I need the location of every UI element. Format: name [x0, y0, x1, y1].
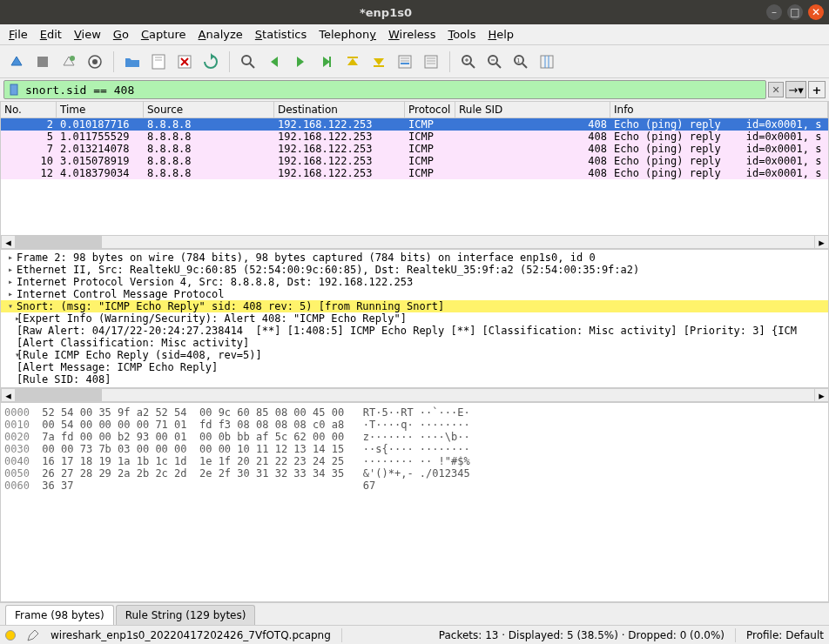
- expand-icon[interactable]: ▸: [4, 276, 17, 288]
- svg-rect-4: [152, 55, 165, 69]
- detail-raw[interactable]: [Raw Alert: 04/17/22-20:24:27.238414 [**…: [17, 325, 797, 337]
- colorize-icon[interactable]: [420, 50, 442, 73]
- menu-telephony[interactable]: Telephony: [313, 26, 381, 43]
- go-to-packet-icon[interactable]: [315, 50, 338, 73]
- edit-icon[interactable]: [26, 628, 40, 642]
- tab-rule-string[interactable]: Rule String (129 bytes): [116, 605, 256, 625]
- svg-line-31: [522, 64, 527, 68]
- auto-scroll-icon[interactable]: [394, 50, 416, 73]
- menu-help[interactable]: Help: [482, 26, 519, 43]
- expand-icon[interactable]: ▸: [4, 312, 17, 325]
- col-no[interactable]: No.: [1, 102, 57, 117]
- close-button[interactable]: ✕: [808, 4, 824, 20]
- menu-tools[interactable]: Tools: [442, 26, 481, 43]
- menu-file[interactable]: File: [3, 26, 33, 43]
- display-filter-input-wrap[interactable]: [3, 80, 766, 99]
- expand-icon[interactable]: ▸: [4, 264, 17, 276]
- detail-expert[interactable]: [Expert Info (Warning/Security): Alert 4…: [17, 312, 407, 325]
- col-time[interactable]: Time: [57, 102, 144, 117]
- svg-text:1: 1: [516, 57, 520, 64]
- expand-icon[interactable]: ▸: [4, 252, 17, 264]
- packet-row[interactable]: 124.0183790348.8.8.8192.168.122.253ICMP …: [1, 167, 828, 179]
- packet-row[interactable]: 51.0117555298.8.8.8192.168.122.253ICMP 4…: [1, 131, 828, 143]
- status-profile[interactable]: Profile: Default: [746, 629, 824, 641]
- zoom-reset-icon[interactable]: 1: [509, 50, 532, 73]
- menu-wireless[interactable]: Wireless: [383, 26, 441, 43]
- svg-rect-33: [541, 56, 553, 68]
- svg-rect-0: [37, 57, 48, 67]
- filter-toolbar: ✕ →▾ +: [0, 78, 829, 101]
- open-file-icon[interactable]: [121, 50, 144, 73]
- save-file-icon[interactable]: [147, 50, 170, 73]
- go-last-icon[interactable]: [367, 50, 390, 73]
- detail-snort[interactable]: Snort: (msg: "ICMP Echo Reply" sid: 408 …: [17, 300, 444, 312]
- details-hscroll[interactable]: ◂▸: [0, 388, 829, 402]
- expert-info-led-icon[interactable]: [5, 630, 16, 641]
- start-capture-icon[interactable]: [5, 50, 28, 73]
- expand-icon[interactable]: ▸: [4, 288, 17, 300]
- filter-add-button[interactable]: +: [808, 81, 826, 98]
- spacer: [4, 337, 17, 349]
- svg-point-3: [92, 59, 98, 64]
- col-protocol[interactable]: Protocol: [405, 102, 455, 117]
- hex-dump[interactable]: 0000 52 54 00 35 9f a2 52 54 00 9c 60 85…: [0, 402, 829, 602]
- svg-line-28: [496, 64, 501, 68]
- close-file-icon[interactable]: [173, 50, 196, 73]
- status-file: wireshark_enp1s0_20220417202426_7VfOTQ.p…: [51, 629, 331, 641]
- reload-icon[interactable]: [199, 50, 222, 73]
- detail-rule[interactable]: [Rule ICMP Echo Reply (sid=408, rev=5)]: [17, 349, 262, 361]
- zoom-out-icon[interactable]: [483, 50, 506, 73]
- status-packets: Packets: 13 · Displayed: 5 (38.5%) · Dro…: [439, 629, 725, 641]
- col-rulesid[interactable]: Rule SID: [455, 102, 610, 117]
- packet-row[interactable]: 103.0150789198.8.8.8192.168.122.253ICMP …: [1, 155, 828, 167]
- go-next-icon[interactable]: [289, 50, 312, 73]
- bytes-tabs: Frame (98 bytes) Rule String (129 bytes): [0, 602, 829, 625]
- menu-go[interactable]: Go: [108, 26, 134, 43]
- detail-frame[interactable]: Frame 2: 98 bytes on wire (784 bits), 98…: [17, 252, 596, 264]
- col-info[interactable]: Info: [610, 102, 828, 117]
- minimize-button[interactable]: –: [766, 4, 782, 20]
- detail-rulesid[interactable]: [Rule SID: 408]: [17, 373, 111, 386]
- tab-frame[interactable]: Frame (98 bytes): [5, 605, 114, 625]
- detail-ip[interactable]: Internet Protocol Version 4, Src: 8.8.8.…: [17, 276, 413, 288]
- collapse-icon[interactable]: ▾: [4, 349, 17, 361]
- find-packet-icon[interactable]: [237, 50, 259, 73]
- svg-rect-36: [10, 84, 17, 95]
- col-destination[interactable]: Destination: [274, 102, 405, 117]
- filter-apply-dropdown[interactable]: →▾: [785, 81, 806, 98]
- titlebar: *enp1s0 – □ ✕: [0, 0, 829, 24]
- restart-capture-icon[interactable]: [57, 50, 80, 73]
- svg-rect-15: [399, 56, 411, 68]
- svg-line-11: [250, 64, 254, 68]
- menu-view[interactable]: View: [69, 26, 106, 43]
- columns-icon[interactable]: [536, 50, 558, 73]
- packet-details[interactable]: ▸Frame 2: 98 bytes on wire (784 bits), 9…: [0, 249, 829, 388]
- go-first-icon[interactable]: [341, 50, 364, 73]
- detail-icmp[interactable]: Internet Control Message Protocol: [17, 288, 224, 300]
- go-prev-icon[interactable]: [263, 50, 286, 73]
- col-source[interactable]: Source: [144, 102, 274, 117]
- packet-list-hscroll[interactable]: ◂▸: [0, 235, 829, 249]
- filter-clear-button[interactable]: ✕: [768, 82, 784, 97]
- packet-list[interactable]: 20.0101877168.8.8.8192.168.122.253ICMP 4…: [0, 118, 829, 235]
- packet-row[interactable]: 20.0101877168.8.8.8192.168.122.253ICMP 4…: [1, 118, 828, 131]
- detail-classif[interactable]: [Alert Classification: Misc activity]: [17, 337, 249, 349]
- maximize-button[interactable]: □: [787, 4, 803, 20]
- capture-options-icon[interactable]: [84, 50, 106, 73]
- packet-row[interactable]: 72.0132140788.8.8.8192.168.122.253ICMP 4…: [1, 143, 828, 155]
- spacer: [4, 361, 17, 373]
- svg-point-1: [70, 56, 75, 61]
- detail-eth[interactable]: Ethernet II, Src: RealtekU_9c:60:85 (52:…: [17, 264, 639, 276]
- packet-list-header: No. Time Source Destination Protocol Rul…: [0, 101, 829, 118]
- menu-analyze[interactable]: Analyze: [193, 26, 248, 43]
- menu-capture[interactable]: Capture: [136, 26, 192, 43]
- spacer: [4, 373, 17, 386]
- display-filter-input[interactable]: [25, 84, 762, 97]
- menu-statistics[interactable]: Statistics: [250, 26, 312, 43]
- collapse-icon[interactable]: ▾: [4, 300, 17, 312]
- stop-capture-icon[interactable]: [31, 50, 54, 73]
- zoom-in-icon[interactable]: [457, 50, 480, 73]
- svg-rect-19: [425, 56, 437, 68]
- menu-edit[interactable]: Edit: [35, 26, 67, 43]
- detail-alertmsg[interactable]: [Alert Message: ICMP Echo Reply]: [17, 361, 218, 373]
